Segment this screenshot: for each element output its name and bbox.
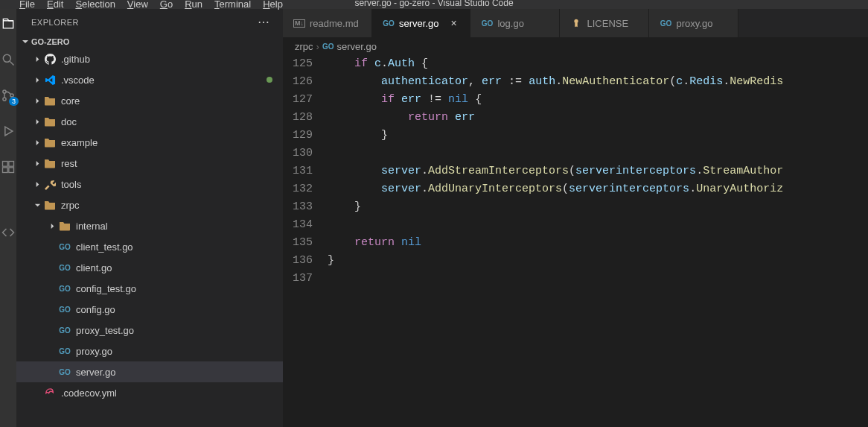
- debug-icon[interactable]: [1, 124, 16, 139]
- tree-label: zrpc: [61, 200, 80, 211]
- line-gutter: 125126127128129130131132133134135136137: [283, 55, 328, 427]
- chevron-right-icon: [31, 77, 43, 83]
- line-number: 135: [283, 234, 313, 252]
- chevron-right-icon: [31, 139, 43, 146]
- svg-rect-6: [3, 162, 8, 167]
- line-number: 129: [283, 127, 313, 145]
- chevron-right-icon: [46, 223, 58, 230]
- chevron-right-icon: [31, 181, 43, 188]
- github-icon: [43, 52, 57, 66]
- menu-help[interactable]: Help: [257, 0, 289, 9]
- file-client_test.go[interactable]: GOclient_test.go: [16, 236, 283, 257]
- code-line[interactable]: server.AddUnaryInterceptors(serverinterc…: [328, 180, 868, 198]
- sidebar-more-icon[interactable]: ⋯: [258, 15, 271, 29]
- breadcrumb-part[interactable]: zrpc: [295, 41, 313, 52]
- folder-tools[interactable]: tools: [16, 174, 283, 194]
- workspace-header[interactable]: GO-ZERO: [16, 35, 283, 48]
- close-icon[interactable]: ×: [447, 17, 459, 29]
- folder-.github[interactable]: .github: [16, 48, 283, 69]
- tab-log-go[interactable]: GOlog.go: [470, 9, 560, 37]
- tab-proxy-go[interactable]: GOproxy.go: [649, 9, 738, 37]
- tree-label: example: [61, 137, 98, 148]
- vscode-icon: [43, 73, 57, 86]
- sidebar-header: EXPLORER ⋯: [16, 9, 283, 35]
- search-icon[interactable]: [1, 52, 16, 67]
- code-content[interactable]: if c.Auth { authenticator, err := auth.N…: [328, 55, 868, 427]
- code-line[interactable]: }: [328, 252, 868, 270]
- code-line[interactable]: return nil: [328, 234, 868, 252]
- code-line[interactable]: if err != nil {: [328, 91, 868, 109]
- menu-edit[interactable]: Edit: [41, 0, 69, 9]
- file-proxy.go[interactable]: GOproxy.go: [16, 341, 283, 361]
- file-client.go[interactable]: GOclient.go: [16, 257, 283, 278]
- tree-label: proxy_test.go: [76, 325, 134, 336]
- folder-example[interactable]: example: [16, 132, 283, 153]
- code-line[interactable]: [328, 145, 868, 162]
- tab-LICENSE[interactable]: LICENSE: [560, 9, 649, 37]
- go-icon: GO: [58, 344, 71, 358]
- breadcrumb-part[interactable]: server.go: [336, 41, 376, 52]
- tree-label: doc: [61, 116, 77, 127]
- tree-label: core: [61, 95, 80, 107]
- menu-file[interactable]: File: [13, 0, 41, 9]
- tree-label: rest: [61, 158, 77, 169]
- tree-label: internal: [76, 221, 108, 232]
- chevron-right-icon: [31, 118, 43, 125]
- menu-selection[interactable]: Selection: [69, 0, 121, 9]
- editor-area: M↓readme.mdGOserver.go×GOlog.goLICENSEGO…: [283, 9, 868, 427]
- file-proxy_test.go[interactable]: GOproxy_test.go: [16, 320, 283, 341]
- folder-doc[interactable]: doc: [16, 111, 283, 132]
- code-line[interactable]: }: [328, 127, 868, 145]
- folder-core[interactable]: core: [16, 90, 283, 111]
- workspace-name: GO-ZERO: [31, 37, 69, 46]
- folder-rest[interactable]: rest: [16, 153, 283, 174]
- tools-icon: [43, 177, 57, 191]
- code-line[interactable]: [328, 270, 868, 288]
- tree-label: tools: [61, 179, 81, 190]
- code-line[interactable]: [328, 216, 868, 234]
- menu-go[interactable]: Go: [154, 0, 179, 9]
- tab-bar: M↓readme.mdGOserver.go×GOlog.goLICENSEGO…: [283, 9, 868, 37]
- go-icon: GO: [322, 42, 334, 51]
- extensions-icon[interactable]: [1, 159, 16, 174]
- menubar: File Edit Selection View Go Run Terminal…: [13, 0, 289, 9]
- folder-icon: [43, 136, 57, 149]
- go-icon: GO: [58, 261, 71, 274]
- remote-icon[interactable]: [1, 225, 16, 240]
- chevron-down-icon: [31, 202, 43, 209]
- tree-label: .codecov.yml: [61, 388, 117, 399]
- tree-label: .github: [61, 54, 90, 65]
- chevron-right-icon: [31, 56, 43, 63]
- scm-icon[interactable]: 3: [1, 88, 16, 103]
- window-title: server.go - go-zero - Visual Studio Code: [354, 0, 513, 8]
- explorer-icon[interactable]: [1, 16, 16, 31]
- file-config_test.go[interactable]: GOconfig_test.go: [16, 278, 283, 299]
- tab-label: server.go: [399, 18, 438, 29]
- folder-.vscode[interactable]: .vscode: [16, 69, 283, 90]
- breadcrumb[interactable]: zrpc › GO server.go: [283, 37, 868, 55]
- menu-terminal[interactable]: Terminal: [208, 0, 257, 9]
- code-line[interactable]: authenticator, err := auth.NewAuthentica…: [328, 73, 868, 91]
- editor-body[interactable]: 125126127128129130131132133134135136137 …: [283, 55, 868, 427]
- file-.codecov.yml[interactable]: .codecov.yml: [16, 382, 283, 403]
- line-number: 125: [283, 55, 313, 73]
- tab-label: log.go: [497, 18, 523, 29]
- folder-internal[interactable]: internal: [16, 215, 283, 236]
- go-icon: GO: [58, 365, 71, 379]
- code-line[interactable]: server.AddStreamInterceptors(serverinter…: [328, 162, 868, 180]
- file-server.go[interactable]: GOserver.go: [16, 361, 283, 382]
- tab-readme-md[interactable]: M↓readme.md: [283, 9, 372, 37]
- code-line[interactable]: }: [328, 198, 868, 216]
- file-config.go[interactable]: GOconfig.go: [16, 299, 283, 320]
- tab-server-go[interactable]: GOserver.go×: [372, 9, 470, 37]
- code-line[interactable]: if c.Auth {: [328, 55, 868, 73]
- chevron-right-icon: ›: [316, 41, 319, 52]
- menu-run[interactable]: Run: [179, 0, 208, 9]
- line-number: 132: [283, 180, 313, 198]
- tree-label: proxy.go: [76, 346, 112, 357]
- svg-rect-9: [9, 168, 14, 173]
- code-line[interactable]: return err: [328, 109, 868, 127]
- folder-zrpc[interactable]: zrpc: [16, 194, 283, 215]
- file-tree: .github.vscodecoredocexampleresttoolszrp…: [16, 48, 283, 427]
- menu-view[interactable]: View: [121, 0, 154, 9]
